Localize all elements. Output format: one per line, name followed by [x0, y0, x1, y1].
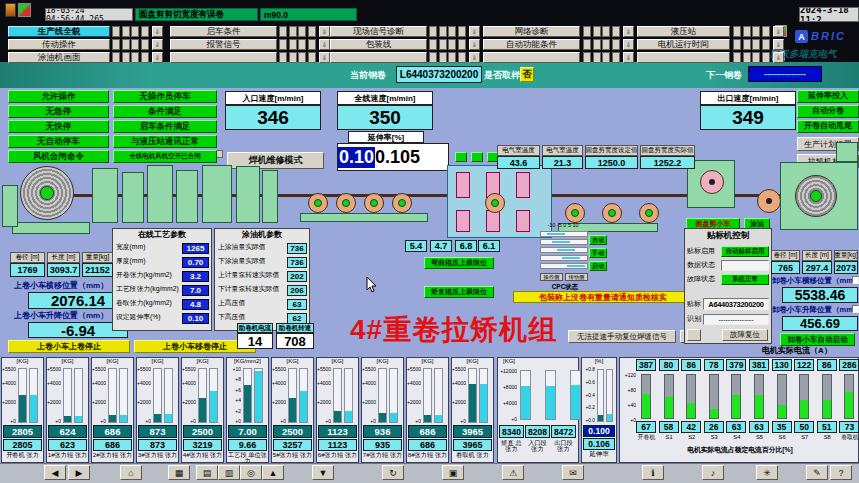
taskbar-alarm-icon[interactable]: ⚠: [502, 465, 524, 480]
menu-mini-button[interactable]: ⇩: [152, 52, 163, 63]
param-input[interactable]: 4.8: [182, 299, 209, 310]
menu-button[interactable]: 现场信号诊断: [330, 26, 427, 37]
cpc-button[interactable]: 手动: [589, 248, 607, 258]
taskbar-edit-icon[interactable]: ✎: [806, 465, 828, 480]
param-input[interactable]: 7.0: [182, 285, 209, 296]
menu-mini-button[interactable]: ⇩: [152, 26, 163, 37]
menu-mini-button[interactable]: ⇩: [623, 39, 634, 50]
menu-cell: [298, 39, 306, 50]
gauge-act-value: 2805: [3, 439, 42, 451]
sample-toggle[interactable]: 否: [520, 67, 534, 82]
menu-mini-button[interactable]: ⇩: [152, 39, 163, 50]
motor-tick: +40: [620, 402, 636, 408]
elongation-on-button[interactable]: 延伸率投入: [797, 90, 859, 103]
param-label: 工艺段张力(kg/mm2): [116, 285, 180, 296]
taskbar-forward-icon[interactable]: ▶: [68, 465, 90, 480]
menu-mini-button[interactable]: ⇩: [319, 39, 330, 50]
taskbar-grid-icon[interactable]: ▦: [168, 465, 190, 480]
taskbar-chart-icon[interactable]: ▥: [218, 465, 240, 480]
elong-set-value[interactable]: 0.100: [583, 425, 615, 437]
menu-button[interactable]: 液压站: [637, 26, 730, 37]
labeler-status[interactable]: 系统正常: [721, 274, 769, 285]
gauge-tick: +5500: [137, 366, 151, 372]
menu-button[interactable]: [637, 52, 730, 63]
menu-button[interactable]: [330, 52, 427, 63]
menu-mini-button[interactable]: ⇩: [773, 39, 784, 50]
menu-mini-button[interactable]: ⇩: [623, 52, 634, 63]
menu-button[interactable]: 包装线: [330, 39, 427, 50]
menu-mini-button[interactable]: ⇩: [469, 26, 480, 37]
taskbar-sound-icon[interactable]: ♪: [702, 465, 724, 480]
exit-traverse-checkbox[interactable]: [852, 276, 859, 284]
auto-tail-button[interactable]: 开卷自动甩尾: [797, 120, 859, 133]
menu-button[interactable]: [170, 52, 277, 63]
gauge-bar-act: [300, 391, 307, 422]
bend-roll-limit-button[interactable]: 弯曲辊压上极限位: [424, 257, 494, 269]
labeler-fault-reset-button[interactable]: 故障复位: [722, 329, 768, 341]
taskbar-save-icon[interactable]: ▣: [442, 465, 464, 480]
param-input[interactable]: 1265: [182, 243, 209, 254]
gauge-tick: +8000: [498, 384, 517, 390]
labeler-status[interactable]: 自动贴标启用: [721, 246, 769, 257]
taskbar-up-icon[interactable]: ▲: [262, 465, 284, 480]
menu-cell: [593, 39, 601, 50]
taskbar-help-icon[interactable]: ?: [830, 465, 852, 480]
labeler-mini-button[interactable]: [687, 329, 701, 341]
taskbar-eco-icon[interactable]: ✳: [756, 465, 778, 480]
param-input[interactable]: 0.70: [182, 257, 209, 268]
cpc-button[interactable]: 自动: [589, 235, 607, 245]
exit-lift-checkbox[interactable]: [852, 305, 859, 313]
menu-mini-button[interactable]: ⇩: [319, 52, 330, 63]
taskbar-info-icon[interactable]: ℹ: [642, 465, 664, 480]
labeler-tag-label: 贴标: [687, 300, 703, 310]
menu-button[interactable]: 电机运行时间: [637, 39, 730, 50]
temp-label: 圆盘剪宽度设定值: [585, 145, 638, 156]
menu-cell: [752, 52, 760, 63]
gauge-bar-set: [109, 415, 116, 422]
gauge-tick: +2000: [2, 399, 16, 405]
gauge-bar-set: [598, 415, 603, 421]
menu-mini-button[interactable]: ⇩: [469, 52, 480, 63]
gauge-unit: [KG]: [361, 358, 404, 366]
menu-button[interactable]: 启车条件: [170, 26, 277, 37]
menu-button[interactable]: 报警信号: [170, 39, 277, 50]
menu-button[interactable]: 网络诊断: [483, 26, 580, 37]
menu-button[interactable]: 传动操作: [8, 39, 110, 50]
app-icon[interactable]: [5, 3, 16, 17]
alarm-icon[interactable]: [18, 3, 31, 17]
menu-button[interactable]: [483, 52, 580, 63]
param-input[interactable]: 3.2: [182, 271, 209, 282]
auto-split-button[interactable]: 自动分卷: [797, 105, 859, 118]
taskbar-refresh-icon[interactable]: ↻: [382, 465, 404, 480]
oiler-value: 736: [287, 257, 307, 268]
menu-mini-button[interactable]: ⇩: [469, 39, 480, 50]
gauge-bar-set: [64, 416, 71, 422]
taskbar-back-icon[interactable]: ◀: [44, 465, 66, 480]
sample-label: 是否取样: [484, 69, 520, 82]
taskbar-down-icon[interactable]: ▼: [312, 465, 334, 480]
straighten-roll-limit-button[interactable]: 矫直辊压上极限位: [424, 286, 494, 298]
cpc-button[interactable]: 启动: [589, 261, 607, 271]
menu-button[interactable]: 涂油机画面: [8, 52, 110, 63]
weld-reset-button[interactable]: 无法提速手动复位焊缝信号: [568, 330, 676, 343]
line-speed-value: 350: [337, 105, 433, 130]
entry-car-load-stop-button[interactable]: 上卷小车上卷停止: [8, 340, 130, 353]
taskbar-zoom-icon[interactable]: ◎: [240, 465, 262, 480]
taskbar-mail-icon[interactable]: ✉: [562, 465, 584, 480]
menu-mini-button[interactable]: ⇩: [319, 26, 330, 37]
taskbar-home-icon[interactable]: ⌂: [120, 465, 142, 480]
menu-mini-button[interactable]: ⇩: [773, 26, 784, 37]
menu-mini-button[interactable]: ⇩: [773, 52, 784, 63]
menu-button[interactable]: 自动功能条件: [483, 39, 580, 50]
exit-car-auto-start-button[interactable]: 卸卷小车自动启动: [780, 333, 855, 346]
gauge-label: 延伸率: [583, 451, 615, 461]
taskbar-document-icon[interactable]: ▤: [196, 465, 218, 480]
menu-mini-button[interactable]: ⇩: [623, 26, 634, 37]
param-input[interactable]: 0.10: [182, 313, 209, 324]
param-label: 下计量泵转速实际值: [218, 285, 284, 296]
gauge-tick: +0: [452, 418, 466, 424]
elongation-setpoint[interactable]: 0.10: [338, 147, 375, 168]
gauge-tick: +0.8: [582, 367, 595, 373]
coil-field-label: 长度 [m]: [47, 252, 80, 263]
menu-button[interactable]: 生产线全貌: [8, 26, 110, 37]
